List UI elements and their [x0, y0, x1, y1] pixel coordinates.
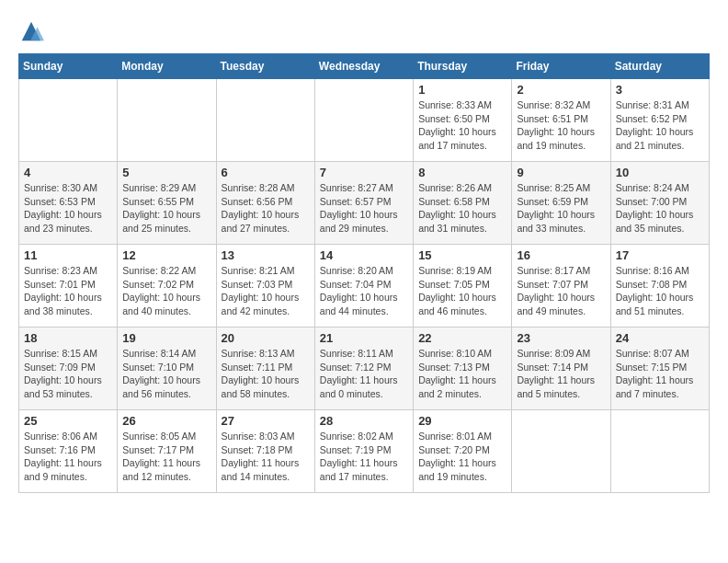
- day-info: Sunrise: 8:22 AM Sunset: 7:02 PM Dayligh…: [122, 264, 210, 318]
- day-number: 28: [320, 414, 408, 428]
- day-number: 20: [222, 331, 310, 345]
- calendar-day-cell: 15Sunrise: 8:19 AM Sunset: 7:05 PM Dayli…: [414, 245, 512, 327]
- weekday-header-cell: Wednesday: [314, 54, 413, 79]
- day-number: 5: [122, 166, 210, 179]
- day-info: Sunrise: 8:33 AM Sunset: 6:50 PM Dayligh…: [418, 98, 506, 153]
- calendar-day-cell: [19, 79, 118, 162]
- day-info: Sunrise: 8:31 AM Sunset: 6:52 PM Dayligh…: [616, 98, 704, 153]
- calendar-day-cell: [216, 79, 314, 162]
- calendar-day-cell: [610, 410, 709, 493]
- calendar-day-cell: 25Sunrise: 8:06 AM Sunset: 7:16 PM Dayli…: [19, 410, 118, 493]
- day-number: 18: [24, 331, 112, 345]
- day-info: Sunrise: 8:07 AM Sunset: 7:15 PM Dayligh…: [616, 347, 704, 401]
- calendar-day-cell: 13Sunrise: 8:21 AM Sunset: 7:03 PM Dayli…: [216, 245, 314, 327]
- calendar-day-cell: 24Sunrise: 8:07 AM Sunset: 7:15 PM Dayli…: [610, 327, 709, 410]
- day-info: Sunrise: 8:14 AM Sunset: 7:10 PM Dayligh…: [122, 347, 210, 401]
- day-number: 14: [320, 248, 408, 262]
- calendar-week-row: 11Sunrise: 8:23 AM Sunset: 7:01 PM Dayli…: [19, 245, 710, 327]
- logo: [18, 18, 48, 44]
- weekday-header-row: SundayMondayTuesdayWednesdayThursdayFrid…: [19, 54, 710, 79]
- day-number: 21: [320, 331, 408, 345]
- day-number: 9: [517, 166, 605, 179]
- day-info: Sunrise: 8:06 AM Sunset: 7:16 PM Dayligh…: [24, 430, 112, 484]
- calendar-table: SundayMondayTuesdayWednesdayThursdayFrid…: [18, 53, 710, 493]
- day-info: Sunrise: 8:19 AM Sunset: 7:05 PM Dayligh…: [418, 264, 506, 318]
- day-number: 1: [418, 83, 506, 97]
- calendar-day-cell: 22Sunrise: 8:10 AM Sunset: 7:13 PM Dayli…: [414, 327, 512, 410]
- calendar-day-cell: 11Sunrise: 8:23 AM Sunset: 7:01 PM Dayli…: [19, 245, 118, 327]
- calendar-week-row: 18Sunrise: 8:15 AM Sunset: 7:09 PM Dayli…: [19, 327, 710, 410]
- day-info: Sunrise: 8:28 AM Sunset: 6:56 PM Dayligh…: [222, 181, 310, 236]
- day-number: 17: [616, 248, 704, 262]
- day-number: 13: [222, 248, 310, 262]
- day-info: Sunrise: 8:03 AM Sunset: 7:18 PM Dayligh…: [222, 430, 310, 484]
- calendar-day-cell: 19Sunrise: 8:14 AM Sunset: 7:10 PM Dayli…: [118, 327, 216, 410]
- header: [18, 18, 710, 44]
- day-number: 16: [517, 248, 605, 262]
- day-info: Sunrise: 8:01 AM Sunset: 7:20 PM Dayligh…: [418, 430, 506, 484]
- day-number: 19: [122, 331, 210, 345]
- day-number: 22: [418, 331, 506, 345]
- calendar-day-cell: 12Sunrise: 8:22 AM Sunset: 7:02 PM Dayli…: [118, 245, 216, 327]
- day-number: 24: [616, 331, 704, 345]
- day-number: 25: [24, 414, 112, 428]
- calendar-day-cell: 29Sunrise: 8:01 AM Sunset: 7:20 PM Dayli…: [414, 410, 512, 493]
- calendar-day-cell: 28Sunrise: 8:02 AM Sunset: 7:19 PM Dayli…: [314, 410, 413, 493]
- day-number: 27: [222, 414, 310, 428]
- calendar-day-cell: 5Sunrise: 8:29 AM Sunset: 6:55 PM Daylig…: [118, 162, 216, 245]
- calendar-day-cell: 18Sunrise: 8:15 AM Sunset: 7:09 PM Dayli…: [19, 327, 118, 410]
- day-number: 10: [616, 166, 704, 179]
- calendar-day-cell: 9Sunrise: 8:25 AM Sunset: 6:59 PM Daylig…: [512, 162, 610, 245]
- day-info: Sunrise: 8:05 AM Sunset: 7:17 PM Dayligh…: [122, 430, 210, 484]
- weekday-header-cell: Sunday: [19, 54, 118, 79]
- calendar-day-cell: 23Sunrise: 8:09 AM Sunset: 7:14 PM Dayli…: [512, 327, 610, 410]
- weekday-header-cell: Saturday: [610, 54, 709, 79]
- day-info: Sunrise: 8:20 AM Sunset: 7:04 PM Dayligh…: [320, 264, 408, 318]
- day-info: Sunrise: 8:27 AM Sunset: 6:57 PM Dayligh…: [320, 181, 408, 236]
- day-info: Sunrise: 8:32 AM Sunset: 6:51 PM Dayligh…: [517, 98, 605, 153]
- calendar-week-row: 25Sunrise: 8:06 AM Sunset: 7:16 PM Dayli…: [19, 410, 710, 493]
- day-info: Sunrise: 8:25 AM Sunset: 6:59 PM Dayligh…: [517, 181, 605, 236]
- day-number: 29: [418, 414, 506, 428]
- calendar-day-cell: 26Sunrise: 8:05 AM Sunset: 7:17 PM Dayli…: [118, 410, 216, 493]
- day-number: 26: [122, 414, 210, 428]
- day-info: Sunrise: 8:16 AM Sunset: 7:08 PM Dayligh…: [616, 264, 704, 318]
- day-info: Sunrise: 8:17 AM Sunset: 7:07 PM Dayligh…: [517, 264, 605, 318]
- day-info: Sunrise: 8:26 AM Sunset: 6:58 PM Dayligh…: [418, 181, 506, 236]
- day-info: Sunrise: 8:30 AM Sunset: 6:53 PM Dayligh…: [24, 181, 112, 236]
- day-number: 15: [418, 248, 506, 262]
- day-info: Sunrise: 8:15 AM Sunset: 7:09 PM Dayligh…: [24, 347, 112, 401]
- calendar-day-cell: 17Sunrise: 8:16 AM Sunset: 7:08 PM Dayli…: [610, 245, 709, 327]
- calendar-day-cell: 27Sunrise: 8:03 AM Sunset: 7:18 PM Dayli…: [216, 410, 314, 493]
- calendar-day-cell: 10Sunrise: 8:24 AM Sunset: 7:00 PM Dayli…: [610, 162, 709, 245]
- weekday-header-cell: Tuesday: [216, 54, 314, 79]
- day-number: 3: [616, 83, 704, 97]
- calendar-day-cell: 20Sunrise: 8:13 AM Sunset: 7:11 PM Dayli…: [216, 327, 314, 410]
- calendar-day-cell: 2Sunrise: 8:32 AM Sunset: 6:51 PM Daylig…: [512, 79, 610, 162]
- calendar-day-cell: 3Sunrise: 8:31 AM Sunset: 6:52 PM Daylig…: [610, 79, 709, 162]
- calendar-day-cell: 8Sunrise: 8:26 AM Sunset: 6:58 PM Daylig…: [414, 162, 512, 245]
- calendar-body: 1Sunrise: 8:33 AM Sunset: 6:50 PM Daylig…: [19, 79, 710, 493]
- day-number: 4: [24, 166, 112, 179]
- day-number: 6: [222, 166, 310, 179]
- day-info: Sunrise: 8:09 AM Sunset: 7:14 PM Dayligh…: [517, 347, 605, 401]
- calendar-day-cell: 21Sunrise: 8:11 AM Sunset: 7:12 PM Dayli…: [314, 327, 413, 410]
- calendar-day-cell: 16Sunrise: 8:17 AM Sunset: 7:07 PM Dayli…: [512, 245, 610, 327]
- calendar-day-cell: 4Sunrise: 8:30 AM Sunset: 6:53 PM Daylig…: [19, 162, 118, 245]
- calendar-day-cell: [118, 79, 216, 162]
- day-info: Sunrise: 8:13 AM Sunset: 7:11 PM Dayligh…: [222, 347, 310, 401]
- day-info: Sunrise: 8:21 AM Sunset: 7:03 PM Dayligh…: [222, 264, 310, 318]
- day-info: Sunrise: 8:10 AM Sunset: 7:13 PM Dayligh…: [418, 347, 506, 401]
- calendar-day-cell: 14Sunrise: 8:20 AM Sunset: 7:04 PM Dayli…: [314, 245, 413, 327]
- day-info: Sunrise: 8:02 AM Sunset: 7:19 PM Dayligh…: [320, 430, 408, 484]
- day-number: 7: [320, 166, 408, 179]
- logo-icon: [18, 18, 44, 44]
- day-info: Sunrise: 8:23 AM Sunset: 7:01 PM Dayligh…: [24, 264, 112, 318]
- calendar-week-row: 1Sunrise: 8:33 AM Sunset: 6:50 PM Daylig…: [19, 79, 710, 162]
- day-number: 2: [517, 83, 605, 97]
- day-info: Sunrise: 8:24 AM Sunset: 7:00 PM Dayligh…: [616, 181, 704, 236]
- calendar-day-cell: [314, 79, 413, 162]
- weekday-header-cell: Monday: [118, 54, 216, 79]
- calendar-day-cell: 1Sunrise: 8:33 AM Sunset: 6:50 PM Daylig…: [414, 79, 512, 162]
- day-info: Sunrise: 8:29 AM Sunset: 6:55 PM Dayligh…: [122, 181, 210, 236]
